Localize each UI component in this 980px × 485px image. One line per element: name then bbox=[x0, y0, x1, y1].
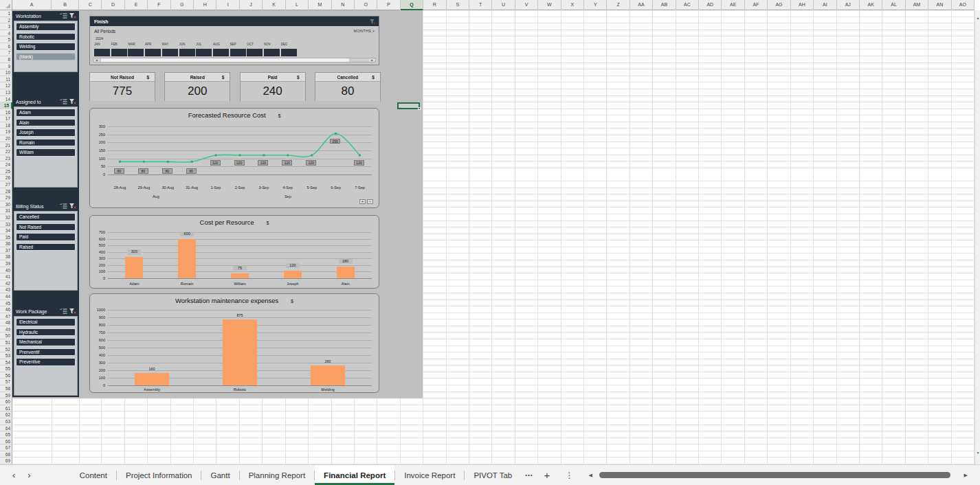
scroll-right-icon[interactable]: ► bbox=[369, 58, 375, 62]
column-header-Z[interactable]: Z bbox=[607, 0, 630, 10]
row-header-36[interactable]: 36 bbox=[0, 240, 12, 247]
row-header-43[interactable]: 43 bbox=[0, 286, 12, 293]
timeline-month-apr[interactable] bbox=[145, 49, 161, 56]
column-header-X[interactable]: X bbox=[561, 0, 584, 10]
column-header-J[interactable]: J bbox=[240, 0, 263, 10]
add-sheet-button[interactable]: + bbox=[537, 465, 557, 485]
row-header-37[interactable]: 37 bbox=[0, 247, 12, 254]
slicer-item-adam[interactable]: Adam bbox=[16, 109, 76, 117]
column-header-C[interactable]: C bbox=[79, 0, 102, 10]
selected-cell[interactable] bbox=[397, 102, 420, 109]
column-header-N[interactable]: N bbox=[332, 0, 355, 10]
column-header-B[interactable]: B bbox=[52, 0, 79, 10]
slicer-item--blank-[interactable]: (blank) bbox=[16, 53, 76, 61]
row-header-22[interactable]: 22 bbox=[0, 148, 12, 155]
kpi-card-raised[interactable]: Raised$200 bbox=[164, 72, 230, 101]
row-header-13[interactable]: 13 bbox=[0, 89, 12, 96]
tab-planning-report[interactable]: Planning Report bbox=[240, 465, 314, 485]
row-header-68[interactable]: 68 bbox=[0, 451, 12, 458]
column-header-AJ[interactable]: AJ bbox=[837, 0, 860, 10]
row-header-55[interactable]: 55 bbox=[0, 365, 12, 372]
column-header-Q[interactable]: Q bbox=[401, 0, 423, 10]
row-header-21[interactable]: 21 bbox=[0, 142, 12, 149]
row-header-60[interactable]: 60 bbox=[0, 398, 12, 405]
column-header-E[interactable]: E bbox=[125, 0, 148, 10]
column-header-K[interactable]: K bbox=[263, 0, 285, 10]
chart-cost-per-resource[interactable]: Cost per Resource$0100200300400500600700… bbox=[89, 215, 379, 289]
slicer-item-not-raised[interactable]: Not Raised bbox=[16, 223, 76, 232]
timeline-scroll-thumb[interactable] bbox=[101, 58, 349, 62]
timeline-finish[interactable]: Finish All Periods MONTHS▾ 2024 JANFEBMA… bbox=[89, 16, 379, 65]
row-header-42[interactable]: 42 bbox=[0, 280, 12, 287]
vertical-scrollbar[interactable]: ▲ ▼ bbox=[975, 10, 980, 464]
column-header-AD[interactable]: AD bbox=[699, 0, 722, 10]
row-header-8[interactable]: 8 bbox=[0, 56, 12, 63]
row-header-28[interactable]: 28 bbox=[0, 188, 12, 195]
timeline-month-dec[interactable] bbox=[281, 49, 297, 56]
column-header-AF[interactable]: AF bbox=[745, 0, 768, 10]
row-header-41[interactable]: 41 bbox=[0, 273, 12, 280]
tab-project-information[interactable]: Project Information bbox=[117, 465, 201, 485]
row-header-20[interactable]: 20 bbox=[0, 135, 12, 142]
chart-workstation-maintenance-expenses[interactable]: Workstation maintenance expenses$0100200… bbox=[89, 293, 379, 393]
row-header-61[interactable]: 61 bbox=[0, 405, 12, 412]
column-header-W[interactable]: W bbox=[538, 0, 561, 10]
horizontal-scroll-thumb[interactable] bbox=[599, 472, 951, 478]
row-header-17[interactable]: 17 bbox=[0, 115, 12, 122]
column-header-F[interactable]: F bbox=[148, 0, 170, 10]
kpi-card-not-raised[interactable]: Not Raised$775 bbox=[89, 72, 155, 101]
slicer-item-romain[interactable]: Romain bbox=[16, 139, 76, 147]
prev-sheet-icon[interactable]: ‹ bbox=[12, 470, 15, 480]
row-header-48[interactable]: 48 bbox=[0, 319, 12, 326]
timeline-month-feb[interactable] bbox=[111, 49, 127, 56]
row-header-4[interactable]: 4 bbox=[0, 30, 12, 37]
column-header-H[interactable]: H bbox=[194, 0, 216, 10]
column-header-AG[interactable]: AG bbox=[768, 0, 790, 10]
fill-handle[interactable] bbox=[418, 107, 421, 110]
row-header-14[interactable]: 14 bbox=[0, 96, 12, 103]
expand-button[interactable]: + bbox=[359, 199, 366, 204]
row-header-7[interactable]: 7 bbox=[0, 49, 12, 56]
row-header-53[interactable]: 53 bbox=[0, 352, 12, 359]
scroll-down-icon[interactable]: ▼ bbox=[975, 451, 980, 455]
column-header-I[interactable]: I bbox=[216, 0, 239, 10]
row-header-56[interactable]: 56 bbox=[0, 372, 12, 379]
column-header-L[interactable]: L bbox=[286, 0, 309, 10]
kpi-card-cancelled[interactable]: Cancelled$80 bbox=[315, 72, 381, 101]
row-header-35[interactable]: 35 bbox=[0, 234, 12, 241]
row-header-31[interactable]: 31 bbox=[0, 207, 12, 214]
row-header-46[interactable]: 46 bbox=[0, 306, 12, 313]
row-header-58[interactable]: 58 bbox=[0, 385, 12, 392]
column-header-AK[interactable]: AK bbox=[860, 0, 882, 10]
next-sheet-icon[interactable]: › bbox=[27, 470, 30, 480]
timeline-month-jan[interactable] bbox=[94, 49, 110, 56]
row-header-1[interactable]: 1 bbox=[0, 10, 12, 17]
row-header-59[interactable]: 59 bbox=[0, 392, 12, 399]
row-header-9[interactable]: 9 bbox=[0, 63, 12, 70]
row-header-62[interactable]: 62 bbox=[0, 411, 12, 418]
slicer-item-alain[interactable]: Alain bbox=[16, 119, 76, 127]
row-header-18[interactable]: 18 bbox=[0, 122, 12, 129]
row-header-26[interactable]: 26 bbox=[0, 174, 12, 181]
slicer-item-prenventif[interactable]: Prenventif bbox=[16, 348, 76, 357]
row-header-38[interactable]: 38 bbox=[0, 253, 12, 260]
row-header-67[interactable]: 67 bbox=[0, 444, 12, 451]
tab-content[interactable]: Content bbox=[71, 465, 116, 485]
timeline-scrollbar[interactable]: ◄ ► bbox=[93, 58, 376, 63]
column-header-AL[interactable]: AL bbox=[882, 0, 905, 10]
tab-options-icon[interactable]: ⋮ bbox=[557, 465, 581, 485]
column-header-AM[interactable]: AM bbox=[906, 0, 928, 10]
slicer-item-william[interactable]: William bbox=[16, 148, 76, 157]
column-header-O[interactable]: O bbox=[355, 0, 377, 10]
row-header-30[interactable]: 30 bbox=[0, 201, 12, 208]
kpi-card-paid[interactable]: Paid$240 bbox=[240, 72, 306, 101]
row-header-5[interactable]: 5 bbox=[0, 36, 12, 43]
row-header-57[interactable]: 57 bbox=[0, 379, 12, 385]
row-header-2[interactable]: 2 bbox=[0, 17, 12, 24]
timeline-month-may[interactable] bbox=[162, 49, 178, 56]
slicer-item-mechanical[interactable]: Mechanical bbox=[16, 338, 76, 346]
more-tabs-icon[interactable]: ••• bbox=[521, 465, 537, 485]
slicer-item-joseph[interactable]: Joseph bbox=[16, 128, 76, 137]
column-header-U[interactable]: U bbox=[492, 0, 515, 10]
column-header-S[interactable]: S bbox=[447, 0, 469, 10]
